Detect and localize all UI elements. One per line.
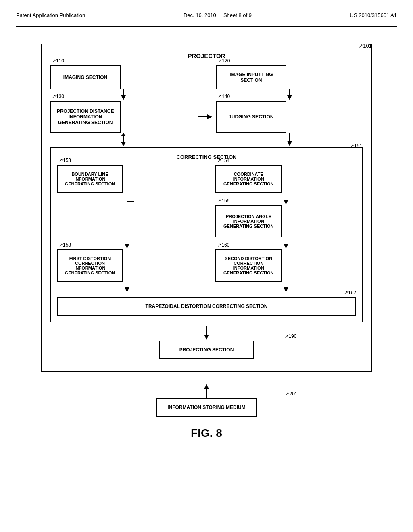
svg-marker-20 bbox=[125, 287, 129, 292]
trapezoidal-distortion-block: TRAPEZOIDAL DISTORTION CORRECTING SECTIO… bbox=[57, 297, 356, 316]
ref-201: ↗201 bbox=[285, 391, 297, 397]
header-publication-type: Patent Application Publication bbox=[16, 12, 85, 18]
svg-marker-5 bbox=[207, 114, 212, 119]
arrow-image-inputting-down bbox=[286, 89, 294, 101]
ref-190: ↗190 bbox=[284, 333, 296, 339]
projection-distance-block: PROJECTION DISTANCE INFORMATION GENERATI… bbox=[50, 101, 121, 133]
header-sheet: Sheet 8 of 9 bbox=[223, 12, 252, 18]
header-date: Dec. 16, 2010 bbox=[184, 12, 216, 18]
header-patent: US 2010/315601 A1 bbox=[350, 12, 397, 18]
diagram-container: ↗101 PROJECTOR ↗110 IMAGING SECTION ↗120… bbox=[16, 39, 397, 444]
second-distortion-block: SECOND DISTORTION CORRECTION INFORMATION… bbox=[215, 249, 282, 282]
ref-153: ↗153 bbox=[59, 158, 71, 163]
projecting-section-label: PROJECTING SECTION bbox=[179, 347, 234, 353]
ref-162: ↗162 bbox=[344, 290, 356, 295]
image-inputting-section-label: IMAGE INPUTTING SECTION bbox=[221, 72, 282, 83]
arrow-153-down-to-158 bbox=[123, 237, 131, 249]
svg-marker-26 bbox=[204, 384, 209, 389]
coordinate-info-label: COORDINATE INFORMATION GENERATING SECTIO… bbox=[220, 172, 277, 186]
second-distortion-label: SECOND DISTORTION CORRECTION INFORMATION… bbox=[220, 256, 277, 275]
ref-140: ↗140 bbox=[218, 94, 230, 99]
svg-marker-1 bbox=[121, 95, 126, 100]
projection-angle-block: PROJECTION ANGLE INFORMATION GENERATING … bbox=[215, 205, 282, 237]
ref-154: ↗154 bbox=[217, 158, 229, 163]
information-storing-medium-label: INFORMATION STORING MEDIUM bbox=[167, 405, 246, 410]
svg-marker-16 bbox=[125, 244, 129, 249]
header-label: Patent Application Publication bbox=[16, 12, 85, 18]
projecting-section-block: PROJECTING SECTION bbox=[159, 341, 254, 359]
svg-marker-18 bbox=[284, 244, 288, 249]
correcting-section-label: CORRECTING SECTION bbox=[57, 154, 356, 160]
ref-110: ↗110 bbox=[52, 58, 64, 64]
svg-marker-10 bbox=[287, 141, 292, 146]
projection-angle-label: PROJECTION ANGLE INFORMATION GENERATING … bbox=[220, 214, 277, 229]
svg-marker-24 bbox=[204, 335, 209, 340]
arrow-130-double bbox=[117, 133, 129, 147]
ref-158: ↗158 bbox=[59, 242, 71, 248]
correcting-section-box: CORRECTING SECTION ↗153 BOUNDARY LINE IN… bbox=[50, 147, 363, 322]
arrow-201-up bbox=[202, 384, 211, 398]
svg-marker-3 bbox=[287, 95, 292, 100]
arrow-130-to-140 bbox=[198, 113, 215, 121]
arrow-153-to-156 bbox=[119, 193, 135, 205]
judging-section-label: JUDGING SECTION bbox=[229, 114, 273, 120]
svg-marker-7 bbox=[121, 142, 126, 146]
ref-120: ↗120 bbox=[218, 58, 230, 64]
page-header: Patent Application Publication Dec. 16, … bbox=[16, 8, 397, 27]
arrow-154-down bbox=[282, 193, 290, 205]
arrow-156-down-to-160 bbox=[282, 237, 290, 249]
arrow-trapezoidal-down bbox=[202, 326, 211, 341]
judging-section-block: JUDGING SECTION bbox=[216, 101, 286, 133]
projection-distance-label: PROJECTION DISTANCE INFORMATION GENERATI… bbox=[55, 108, 116, 125]
image-inputting-section-block: IMAGE INPUTTING SECTION bbox=[216, 65, 286, 89]
arrow-imaging-down bbox=[119, 89, 127, 101]
imaging-section-block: IMAGING SECTION bbox=[50, 65, 121, 89]
boundary-line-label: BOUNDARY LINE INFORMATION GENERATING SEC… bbox=[62, 172, 118, 186]
projector-box: PROJECTOR ↗110 IMAGING SECTION ↗120 IMAG… bbox=[41, 44, 372, 372]
coordinate-info-block: COORDINATE INFORMATION GENERATING SECTIO… bbox=[215, 165, 282, 193]
projector-label: PROJECTOR bbox=[50, 52, 363, 59]
trapezoidal-distortion-label: TRAPEZOIDAL DISTORTION CORRECTING SECTIO… bbox=[146, 303, 268, 309]
imaging-section-label: IMAGING SECTION bbox=[63, 75, 107, 80]
header-patent-num: US 2010/315601 A1 bbox=[350, 12, 397, 18]
first-distortion-label: FIRST DISTORTION CORRECTION INFORMATION … bbox=[62, 256, 118, 275]
ref-160: ↗160 bbox=[217, 242, 229, 248]
arrow-160-down bbox=[282, 282, 290, 293]
figure-label: FIG. 8 bbox=[191, 427, 222, 440]
arrow-140-down bbox=[286, 133, 294, 147]
ref-156: ↗156 bbox=[217, 198, 229, 204]
svg-marker-8 bbox=[121, 133, 126, 136]
first-distortion-block: FIRST DISTORTION CORRECTION INFORMATION … bbox=[57, 249, 123, 282]
ref-130: ↗130 bbox=[52, 94, 64, 99]
page: Patent Application Publication Dec. 16, … bbox=[0, 0, 413, 532]
header-date-sheet: Dec. 16, 2010 Sheet 8 of 9 bbox=[184, 12, 252, 18]
svg-marker-22 bbox=[284, 287, 288, 292]
information-storing-medium-block: INFORMATION STORING MEDIUM bbox=[156, 398, 257, 417]
boundary-line-block: BOUNDARY LINE INFORMATION GENERATING SEC… bbox=[57, 165, 123, 193]
arrow-158-down bbox=[123, 282, 131, 293]
svg-marker-14 bbox=[284, 200, 288, 204]
